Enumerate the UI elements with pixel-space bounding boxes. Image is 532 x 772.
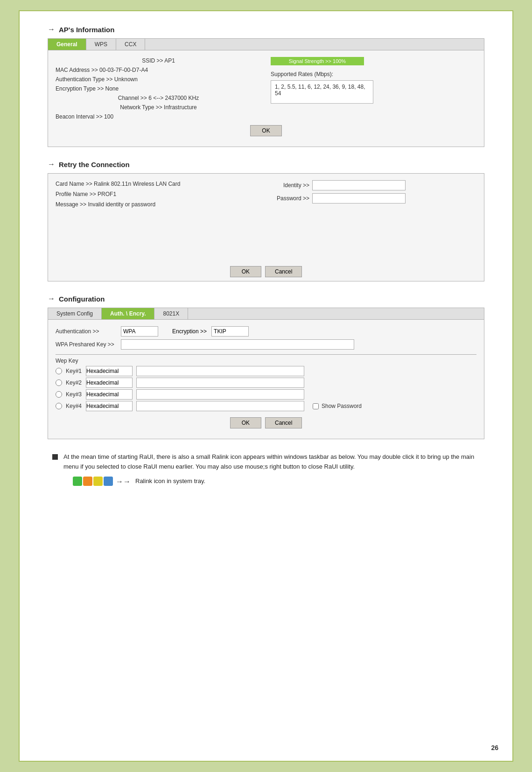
key2-type-select[interactable]: Hexadecimal ASCII: [86, 378, 133, 388]
retry-btn-row: OK Cancel: [48, 261, 484, 281]
show-password-label: Show Password: [322, 403, 362, 409]
ralink-icon-orange: [83, 477, 92, 486]
arrow-icon-2: →: [48, 160, 55, 168]
key2-label: Key#2: [66, 379, 82, 386]
supported-rates-values: 1, 2, 5.5, 11, 6, 12, 24, 36, 9, 18, 48,…: [271, 80, 373, 104]
bullet-text: At the mean time of starting RaUI, there…: [63, 452, 480, 489]
bullet-section: At the mean time of starting RaUI, there…: [48, 452, 484, 489]
ap-network-type: Network Type >> Infrastructure: [56, 104, 261, 111]
bullet-text-content: At the mean time of starting RaUI, there…: [63, 453, 474, 470]
ap-ssid: SSID >> AP1: [56, 57, 261, 64]
config-cancel-button[interactable]: Cancel: [265, 417, 302, 428]
wpa-preshared-input[interactable]: [121, 339, 354, 350]
ap-left-col: SSID >> AP1 MAC Address >> 00-03-7F-00-D…: [56, 57, 261, 120]
wpa-preshared-row: WPA Preshared Key >>: [56, 339, 476, 350]
tab-system-config[interactable]: System Config: [48, 308, 102, 319]
password-field-row: Password >>: [267, 193, 476, 204]
retry-card-name: Card Name >> Ralink 802.11n Wireless LAN…: [56, 180, 265, 188]
key1-type-select[interactable]: Hexadecimal ASCII: [86, 366, 133, 376]
ap-enc-type: Encryption Type >> None: [56, 85, 261, 92]
identity-input[interactable]: [312, 180, 406, 190]
retry-right-col: Identity >> Password >>: [267, 180, 476, 208]
tab-8021x[interactable]: 8021X: [154, 308, 188, 319]
key3-type-select[interactable]: Hexadecimal ASCII: [86, 389, 133, 400]
auth-label: Authentication >>: [56, 328, 116, 335]
key-row-2: Key#2 Hexadecimal ASCII: [56, 378, 476, 388]
key3-radio[interactable]: [56, 391, 62, 398]
ap-right-col: Signal Strength >> 100% Supported Rates …: [271, 57, 476, 120]
tab-auth-encry[interactable]: Auth. \ Encry.: [102, 308, 154, 319]
bullet-item-1: At the mean time of starting RaUI, there…: [52, 452, 480, 489]
password-input[interactable]: [312, 193, 406, 204]
retry-header: → Retry the Connection: [48, 160, 484, 168]
key1-input[interactable]: [136, 366, 304, 376]
config-ok-button[interactable]: OK: [230, 417, 261, 428]
config-section: → Configuration System Config Auth. \ En…: [48, 295, 484, 439]
ap-auth-type: Authentication Type >> Unknown: [56, 76, 261, 83]
identity-label: Identity >>: [267, 182, 309, 189]
key2-radio[interactable]: [56, 379, 62, 386]
identity-field-row: Identity >>: [267, 180, 476, 190]
key4-input[interactable]: [136, 401, 304, 411]
wep-key-header: Wep Key: [56, 354, 476, 364]
tab-wps[interactable]: WPS: [86, 39, 116, 50]
retry-spacer: [48, 215, 484, 261]
retry-left-col: Card Name >> Ralink 802.11n Wireless LAN…: [56, 180, 265, 208]
key3-input[interactable]: [136, 389, 304, 400]
wep-key-section: Wep Key Key#1 Hexadecimal ASCII: [56, 354, 476, 413]
signal-bar: Signal Strength >> 100%: [271, 57, 364, 65]
bullet-icon: [52, 454, 58, 460]
retry-title: Retry the Connection: [59, 161, 130, 168]
config-grid: Authentication >> WPA WPA2 WEP Open Encr…: [56, 326, 476, 413]
key1-radio[interactable]: [56, 368, 62, 374]
retry-cancel-button[interactable]: Cancel: [265, 266, 302, 277]
ap-tab-bar: General WPS CCX: [48, 39, 484, 50]
ap-info-grid: SSID >> AP1 MAC Address >> 00-03-7F-00-D…: [56, 57, 476, 120]
tab-ccx[interactable]: CCX: [116, 39, 145, 50]
retry-grid: Card Name >> Ralink 802.11n Wireless LAN…: [48, 174, 484, 215]
retry-message: Message >> Invalid identity or password: [56, 201, 265, 208]
supported-rates-label: Supported Rates (Mbps):: [271, 71, 476, 77]
ap-btn-row: OK: [56, 120, 476, 140]
config-title: Configuration: [59, 295, 105, 303]
enc-select[interactable]: TKIP AES None: [211, 326, 249, 337]
password-label: Password >>: [267, 195, 309, 202]
page-number: 26: [491, 744, 498, 751]
ap-info-panel: General WPS CCX SSID >> AP1 MAC Address …: [48, 38, 484, 147]
ap-ok-button[interactable]: OK: [250, 125, 281, 136]
ap-mac: MAC Address >> 00-03-7F-00-D7-A4: [56, 66, 261, 74]
ap-info-section: → AP's Information General WPS CCX SSID …: [48, 25, 484, 147]
key4-radio[interactable]: [56, 403, 62, 409]
retry-section: → Retry the Connection Card Name >> Rali…: [48, 160, 484, 281]
arrow-icon-3: →: [48, 295, 55, 303]
config-panel: System Config Auth. \ Encry. 8021X Authe…: [48, 308, 484, 439]
ralink-icon-green: [73, 477, 82, 486]
key1-label: Key#1: [66, 368, 82, 374]
ralink-icon-row: →→ Ralink icon in system tray.: [73, 476, 205, 488]
config-header: → Configuration: [48, 295, 484, 303]
ap-info-body: SSID >> AP1 MAC Address >> 00-03-7F-00-D…: [48, 50, 484, 147]
auth-select[interactable]: WPA WPA2 WEP Open: [121, 326, 158, 337]
retry-panel: Card Name >> Ralink 802.11n Wireless LAN…: [48, 173, 484, 281]
retry-profile: Profile Name >> PROF1: [56, 190, 265, 198]
key4-label: Key#4: [66, 403, 82, 409]
config-body: Authentication >> WPA WPA2 WEP Open Encr…: [48, 320, 484, 439]
key4-type-select[interactable]: Hexadecimal ASCII: [86, 401, 133, 411]
show-password-checkbox[interactable]: [313, 403, 319, 409]
key-row-1: Key#1 Hexadecimal ASCII: [56, 366, 476, 376]
ralink-icon-yellow: [93, 477, 103, 486]
retry-ok-button[interactable]: OK: [230, 266, 261, 277]
ap-info-title: AP's Information: [59, 26, 114, 34]
config-tab-bar: System Config Auth. \ Encry. 8021X: [48, 308, 484, 320]
ap-beacon: Beacon Interval >> 100: [56, 113, 261, 120]
tab-general[interactable]: General: [48, 39, 86, 50]
config-btn-row: OK Cancel: [56, 413, 476, 432]
enc-label: Encryption >>: [172, 328, 207, 335]
key-row-4: Key#4 Hexadecimal ASCII Show Password: [56, 401, 476, 411]
key2-input[interactable]: [136, 378, 304, 388]
ap-channel: Channel >> 6 <--> 2437000 KHz: [56, 94, 261, 102]
wpa-preshared-label: WPA Preshared Key >>: [56, 341, 116, 348]
ralink-arrow-icon: →→: [116, 476, 131, 488]
ralink-icon-blue: [104, 477, 113, 486]
page-container: → AP's Information General WPS CCX SSID …: [19, 10, 513, 762]
